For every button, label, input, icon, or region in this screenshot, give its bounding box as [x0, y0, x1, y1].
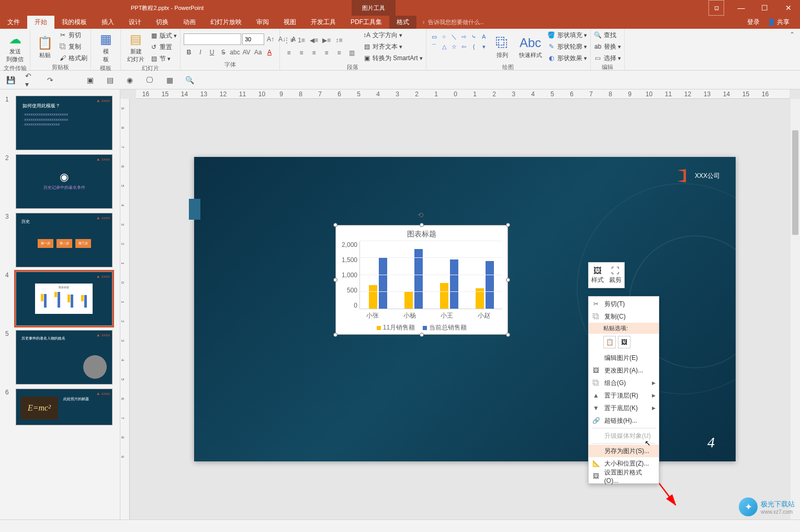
tab-review[interactable]: 审阅 — [249, 16, 276, 29]
ctx-format-picture[interactable]: 🖼设置图片格式(O)... — [589, 470, 659, 482]
resize-handle[interactable] — [333, 278, 337, 282]
tab-format[interactable]: 格式 — [389, 16, 416, 29]
paste-button[interactable]: 📋 粘贴 — [33, 33, 57, 60]
slide-thumbnail-5[interactable]: 历史事件的著名人物的姓名 ▲ xxxx — [16, 330, 112, 384]
shape-fill-button[interactable]: 🪣形状填充 ▾ — [547, 30, 587, 40]
new-slide-button[interactable]: ▤ 新建 幻灯片 — [124, 30, 148, 64]
slide-thumbnail-1[interactable]: 如何使用此模板？· XXXXXXXXXXXXXXXXXXXXX· XXXXXXX… — [16, 96, 112, 150]
justify-button[interactable]: ≡ — [321, 47, 332, 59]
close-button[interactable]: ✕ — [776, 0, 800, 16]
ctx-bring-front[interactable]: ▲置于顶层(R)▶ — [589, 389, 659, 402]
section-button[interactable]: ▤节 ▾ — [150, 53, 177, 64]
qat-btn-4[interactable]: 🖵 — [144, 75, 155, 85]
vertical-scrollbar[interactable] — [791, 99, 800, 519]
tab-file[interactable]: 文件 — [0, 16, 27, 29]
template-button[interactable]: ▦ 模 板 — [94, 30, 117, 64]
slide-thumbnail-6[interactable]: E=mc² 此处照片的标题 ▲ xxxx — [16, 389, 112, 425]
shape-curve-icon[interactable]: ⌒ — [430, 42, 439, 51]
shape-outline-button[interactable]: ✎形状轮廓 ▾ — [547, 41, 587, 52]
shapes-gallery[interactable]: ▭ ○ ＼ ⇨ ⤷ A ⌒ △ ☆ ⇦ { ▾ — [430, 32, 489, 61]
shape-more-icon[interactable]: ▾ — [479, 42, 489, 51]
resize-handle[interactable] — [420, 333, 424, 337]
shape-freeform-icon[interactable]: △ — [440, 42, 449, 51]
resize-handle[interactable] — [506, 223, 510, 227]
select-button[interactable]: ▭选择 ▾ — [594, 53, 621, 63]
resize-handle[interactable] — [333, 223, 337, 227]
decrease-indent-button[interactable]: ◀≡ — [308, 35, 320, 46]
layout-button[interactable]: ▦版式 ▾ — [150, 30, 177, 41]
shape-connector-icon[interactable]: ⤷ — [469, 32, 479, 41]
distribute-button[interactable]: ≡ — [333, 47, 345, 59]
shape-line-icon[interactable]: ＼ — [449, 32, 459, 41]
cut-button[interactable]: ✂剪切 — [59, 30, 87, 40]
slide-thumbnail-3[interactable]: 历史 第一步 第二步 第三步 ▲ xxxx — [16, 213, 112, 267]
increase-font-icon[interactable]: A↑ — [265, 34, 276, 44]
login-link[interactable]: 登录 — [747, 18, 760, 27]
tab-insert[interactable]: 插入 — [94, 16, 121, 29]
resize-handle[interactable] — [333, 333, 337, 337]
mini-crop-button[interactable]: ⛶裁剪 — [606, 263, 624, 288]
paste-option-1[interactable]: 📋 — [603, 336, 616, 348]
copy-button[interactable]: ⿻复制 — [59, 41, 87, 52]
align-center-button[interactable]: ≡ — [296, 47, 307, 59]
tab-my-templates[interactable]: 我的模板 — [54, 16, 94, 29]
arrange-button[interactable]: ⿻ 排列 — [491, 33, 514, 60]
scrollbar-thumb[interactable] — [792, 130, 798, 235]
ctx-copy[interactable]: ⿻复制(C) — [589, 310, 659, 323]
underline-button[interactable]: U — [207, 47, 217, 58]
tab-developer[interactable]: 开发工具 — [303, 16, 343, 29]
shape-star-icon[interactable]: ☆ — [449, 42, 459, 51]
bold-button[interactable]: B — [184, 47, 194, 58]
mini-style-button[interactable]: 🖼样式 — [589, 263, 606, 288]
increase-indent-button[interactable]: ▶≡ — [321, 35, 332, 46]
shape-textbox-icon[interactable]: A — [479, 32, 489, 41]
bullets-button[interactable]: ⋮≡ — [283, 35, 295, 46]
save-button[interactable]: 💾 — [5, 75, 16, 85]
quick-styles-button[interactable]: Abc 快速样式 — [516, 33, 545, 60]
align-left-button[interactable]: ≡ — [283, 47, 295, 59]
numbering-button[interactable]: 1≡ — [296, 35, 307, 46]
resize-handle[interactable] — [506, 278, 510, 282]
find-button[interactable]: 🔍查找 — [594, 30, 621, 40]
shape-oval-icon[interactable]: ○ — [440, 32, 449, 41]
qat-btn-5[interactable]: ▦ — [164, 75, 175, 85]
shape-effects-button[interactable]: ◐形状效果 ▾ — [547, 53, 587, 63]
replace-button[interactable]: ab替换 ▾ — [594, 41, 621, 52]
font-size-select[interactable] — [242, 33, 264, 45]
shape-arrow2-icon[interactable]: ⇦ — [459, 42, 469, 51]
line-spacing-button[interactable]: ↕≡ — [333, 35, 345, 46]
slide-thumbnail-4[interactable]: 图表标题 ▲ xxxx — [16, 271, 112, 326]
strikethrough-button[interactable]: S̶ — [218, 47, 229, 58]
change-case-button[interactable]: Aa — [253, 47, 263, 58]
tab-pdf[interactable]: PDF工具集 — [343, 16, 389, 29]
ctx-cut[interactable]: ✂剪切(T) — [589, 298, 659, 310]
reset-button[interactable]: ↺重置 — [150, 42, 177, 52]
tab-home[interactable]: 开始 — [27, 16, 54, 29]
ctx-send-back[interactable]: ▼置于底层(K)▶ — [589, 402, 659, 414]
chart-image-object[interactable]: ⟲ 图表标题 05001,0001,5002,000 — [335, 225, 508, 335]
slide-canvas[interactable]: XXX公司 4 ⟲ 图表标题 05001,0001,5002,00 — [130, 99, 800, 519]
align-right-button[interactable]: ≡ — [308, 47, 320, 59]
italic-button[interactable]: I — [195, 47, 206, 58]
maximize-button[interactable]: ☐ — [753, 0, 776, 16]
ctx-change-picture[interactable]: 🖼更改图片(A)... — [589, 364, 659, 377]
tab-design[interactable]: 设计 — [121, 16, 149, 29]
text-direction-button[interactable]: ↕A文字方向 ▾ — [363, 30, 423, 40]
slide-thumbnail-2[interactable]: ◉历史记录中的著名事件 ▲ xxxx — [16, 154, 112, 209]
rotate-handle-icon[interactable]: ⟲ — [418, 211, 426, 219]
ribbon-display-options[interactable]: ⊡ — [708, 0, 724, 16]
shape-rect-icon[interactable]: ▭ — [430, 32, 439, 41]
shape-arrow-icon[interactable]: ⇨ — [459, 32, 469, 41]
tab-view[interactable]: 视图 — [276, 16, 303, 29]
shadow-button[interactable]: abc — [230, 47, 240, 58]
send-to-wechat-button[interactable]: ☁ 发送 到微信 — [3, 30, 27, 64]
tell-me-search[interactable]: 告诉我您想要做什么... — [422, 16, 484, 29]
qat-btn-2[interactable]: ▤ — [105, 75, 115, 85]
tab-transitions[interactable]: 切换 — [149, 16, 176, 29]
shape-brace-icon[interactable]: { — [469, 42, 479, 51]
slide-thumbnail-panel[interactable]: 1 如何使用此模板？· XXXXXXXXXXXXXXXXXXXXX· XXXXX… — [0, 89, 120, 519]
qat-btn-3[interactable]: ◉ — [125, 75, 135, 85]
redo-button[interactable]: ↷ — [45, 75, 55, 85]
qat-btn-6[interactable]: 🔍 — [184, 75, 195, 85]
columns-button[interactable]: ▥ — [346, 47, 357, 59]
